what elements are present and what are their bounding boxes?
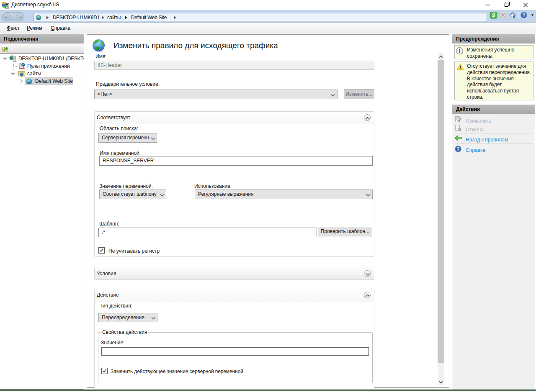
svg-text:?: ? — [522, 13, 525, 18]
svg-text:?: ? — [456, 146, 459, 152]
